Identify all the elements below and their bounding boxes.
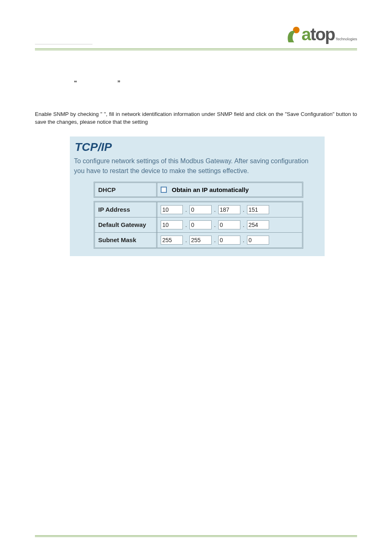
dot-icon: . (214, 222, 216, 228)
brand-main: top (310, 25, 334, 44)
brand-pre: a (302, 25, 310, 44)
tcpip-panel: TCP/IP To configure network settings of … (70, 136, 325, 256)
dot-icon: . (214, 237, 216, 243)
gw-octet-4[interactable] (247, 220, 269, 229)
ip-octet-1[interactable] (161, 205, 183, 214)
instruction-text: Enable SNMP by checking " ", fill in net… (35, 111, 357, 126)
ip-octet-4[interactable] (247, 205, 269, 214)
brand-subtitle: Technologies (335, 37, 357, 41)
mask-octet-2[interactable] (189, 236, 212, 245)
gw-octet-3[interactable] (218, 220, 240, 229)
gateway-cell: . . . (157, 217, 302, 232)
dhcp-label: DHCP (95, 183, 157, 197)
dhcp-cell: Obtain an IP automatically (157, 183, 302, 197)
gw-octet-2[interactable] (189, 220, 212, 229)
dot-icon: . (243, 206, 244, 213)
gateway-row: Default Gateway . . . (95, 217, 302, 233)
quote-marks: “” (74, 79, 357, 86)
dot-icon: . (214, 206, 216, 213)
dhcp-text: Obtain an IP automatically (172, 186, 249, 193)
dhcp-checkbox[interactable] (161, 187, 167, 193)
mask-octet-3[interactable] (218, 236, 240, 245)
dhcp-row: DHCP Obtain an IP automatically (94, 182, 303, 198)
mask-cell: . . . (157, 233, 302, 247)
ip-label: IP Address (95, 202, 157, 217)
panel-title: TCP/IP (75, 141, 321, 154)
gw-octet-1[interactable] (161, 220, 183, 229)
mask-label: Subnet Mask (95, 233, 157, 247)
dot-icon: . (243, 237, 244, 243)
ip-octet-2[interactable] (189, 205, 212, 214)
mask-octet-4[interactable] (247, 236, 269, 245)
ip-cell: . . . (157, 202, 302, 217)
address-group: IP Address . . . Default Gateway . (94, 201, 303, 249)
mask-row: Subnet Mask . . . (95, 233, 302, 247)
logo-mark-icon (287, 26, 301, 43)
header-underline (35, 37, 92, 44)
mask-octet-1[interactable] (161, 236, 183, 245)
dot-icon: . (243, 222, 244, 228)
ip-octet-3[interactable] (218, 205, 240, 214)
dot-icon: . (185, 206, 187, 213)
config-table: DHCP Obtain an IP automatically IP Addre… (94, 182, 303, 249)
page-footer-rule (35, 535, 357, 539)
brand-logo: a top Technologies (287, 25, 357, 44)
dot-icon: . (185, 222, 187, 228)
panel-description: To configure network settings of this Mo… (74, 156, 321, 176)
page-header: a top Technologies (35, 25, 357, 50)
dot-icon: . (185, 237, 187, 243)
gateway-label: Default Gateway (95, 217, 157, 232)
ip-row: IP Address . . . (95, 202, 302, 217)
